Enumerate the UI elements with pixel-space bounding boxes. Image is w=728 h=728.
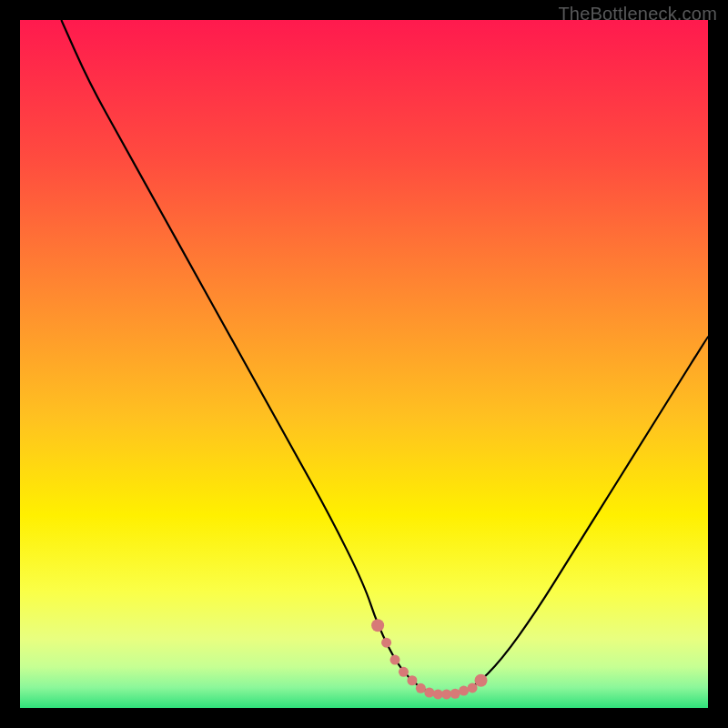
optimal-point <box>450 689 460 699</box>
optimal-point <box>424 687 434 697</box>
optimal-point <box>475 674 488 687</box>
watermark-text: TheBottleneck.com <box>558 4 717 25</box>
optimal-point <box>399 667 409 677</box>
chart-frame: TheBottleneck.com <box>0 0 728 728</box>
bottleneck-chart <box>20 20 708 708</box>
optimal-point <box>459 686 469 696</box>
optimal-point <box>407 675 417 685</box>
optimal-point <box>381 638 391 648</box>
optimal-point <box>371 619 384 632</box>
optimal-point <box>416 683 426 693</box>
optimal-point <box>433 689 443 699</box>
optimal-point <box>441 689 451 699</box>
optimal-point <box>468 682 478 693</box>
plot-area <box>20 20 708 708</box>
gradient-background <box>20 20 708 708</box>
optimal-point <box>390 655 400 665</box>
